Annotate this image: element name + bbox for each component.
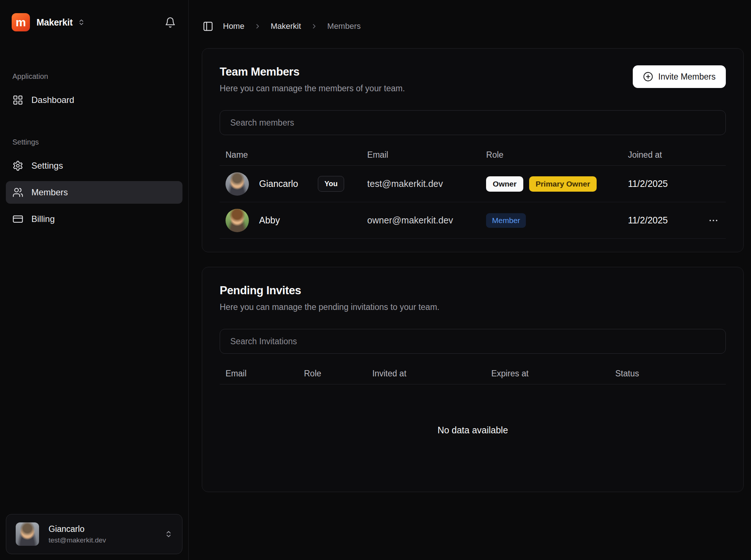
member-avatar [226,209,249,232]
team-members-title: Team Members [220,65,405,78]
invites-table-header: Email Role Invited at Expires at Status [220,363,726,384]
sidebar-item-dashboard[interactable]: Dashboard [6,89,182,111]
gear-icon [12,160,23,171]
sidebar-item-members[interactable]: Members [6,181,182,204]
credit-card-icon [12,214,23,225]
row-actions-menu-button[interactable] [705,212,722,229]
role-badge-owner: Owner [486,176,523,192]
breadcrumb-home[interactable]: Home [223,22,244,31]
sidebar-item-label: Settings [31,161,63,171]
member-role-cell: Member [480,213,622,228]
column-header-status: Status [609,369,726,379]
team-members-heading: Team Members Here you can manage the mem… [220,65,405,93]
members-table-header: Name Email Role Joined at [220,145,726,166]
team-members-header: Team Members Here you can manage the mem… [220,65,726,93]
sidebar-item-label: Billing [31,214,55,224]
table-row: Abby owner@makerkit.dev Member 11/2/2025 [220,202,726,239]
pending-invites-card: Pending Invites Here you can manage the … [202,267,744,492]
empty-state-message: No data available [220,384,726,476]
column-header-role: Role [480,150,622,160]
column-header-email: Email [220,369,298,379]
user-email: test@makerkit.dev [49,536,106,544]
sidebar-header: m Makerkit [0,0,188,31]
sidebar-item-label: Dashboard [31,95,74,105]
user-meta: Giancarlo test@makerkit.dev [49,524,106,544]
notifications-bell-icon[interactable] [165,17,176,28]
column-header-role: Role [298,369,366,379]
role-badge-member: Member [486,213,526,228]
sidebar-toggle-icon[interactable] [203,21,213,32]
members-table: Name Email Role Joined at Giancarlo You … [220,145,726,239]
invitations-search-input[interactable] [220,329,726,354]
breadcrumb-current-page: Members [327,22,361,31]
invites-table: Email Role Invited at Expires at Status … [220,363,726,476]
account-selector-chevrons-icon [165,530,173,538]
chevron-right-icon [254,23,261,30]
pending-invites-subtitle: Here you can manage the pending invitati… [220,302,439,312]
invite-members-label: Invite Members [658,72,716,82]
team-members-card: Team Members Here you can manage the mem… [202,48,744,252]
sidebar: m Makerkit Application Dashboard Setting… [0,0,189,560]
column-header-invited-at: Invited at [366,369,485,379]
sidebar-section-settings: Settings [12,138,176,146]
workspace-selector-chevrons-icon[interactable] [78,19,85,26]
chevron-right-icon [311,23,318,30]
you-badge: You [318,176,344,192]
app-logo-letter: m [16,16,26,28]
column-header-name: Name [220,150,361,160]
team-members-subtitle: Here you can manage the members of your … [220,84,405,93]
main-content: Home Makerkit Members Team Members Here … [189,0,751,560]
column-header-email: Email [361,150,480,160]
pending-invites-title: Pending Invites [220,284,439,297]
sidebar-item-settings[interactable]: Settings [6,154,182,177]
column-header-expires-at: Expires at [485,369,609,379]
member-joined-at: 11/2/2025 [622,179,696,189]
plus-circle-icon [643,72,653,82]
sidebar-item-billing[interactable]: Billing [6,208,182,230]
member-name: Giancarlo [259,179,298,189]
table-row: Giancarlo You test@makerkit.dev Owner Pr… [220,166,726,202]
members-search-input[interactable] [220,110,726,135]
role-badge-primary-owner: Primary Owner [529,176,597,192]
member-name: Abby [259,215,280,226]
sidebar-nav-settings: Settings Members Billing [0,146,188,234]
member-name-cell: Abby [220,209,361,232]
column-header-joined-at: Joined at [622,150,696,160]
member-name-cell: Giancarlo You [220,172,361,196]
user-avatar [16,522,39,546]
workspace-name[interactable]: Makerkit [36,17,73,28]
member-avatar [226,172,249,196]
member-joined-at: 11/2/2025 [622,215,696,226]
breadcrumb-team[interactable]: Makerkit [271,22,301,31]
sidebar-section-application: Application [12,72,176,81]
dashboard-icon [12,95,23,106]
pending-invites-header: Pending Invites Here you can manage the … [220,284,726,312]
app-logo[interactable]: m [12,13,30,31]
invite-members-button[interactable]: Invite Members [633,65,726,88]
sidebar-nav-application: Dashboard [0,81,188,115]
sidebar-item-label: Members [31,187,68,197]
member-email: owner@makerkit.dev [361,215,480,226]
pending-invites-heading: Pending Invites Here you can manage the … [220,284,439,312]
breadcrumb: Home Makerkit Members [202,0,744,37]
account-menu-trigger[interactable]: Giancarlo test@makerkit.dev [6,514,182,554]
member-actions-cell [696,212,726,229]
user-name: Giancarlo [49,524,106,534]
users-icon [12,187,23,198]
member-email: test@makerkit.dev [361,179,480,189]
member-role-cell: Owner Primary Owner [480,176,622,192]
